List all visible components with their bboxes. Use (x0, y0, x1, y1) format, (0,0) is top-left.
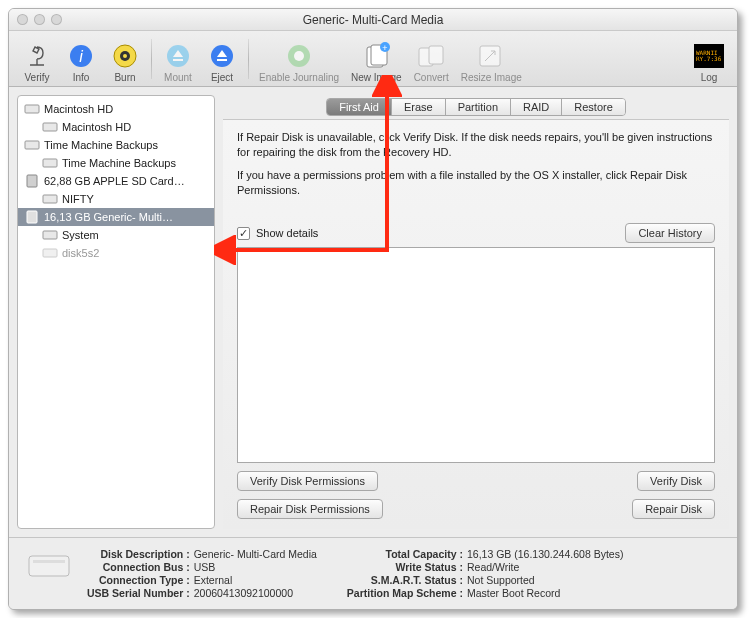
sidebar-item-generic-multi[interactable]: 16,13 GB Generic- Multi… (18, 208, 214, 226)
svg-rect-28 (33, 560, 65, 563)
disk-sidebar: Macintosh HD Macintosh HD Time Machine B… (17, 95, 215, 529)
resize-image-button[interactable]: Resize Image (455, 31, 528, 87)
footer: Disk DescriptionGeneric- Multi-Card Medi… (9, 537, 737, 609)
svg-text:i: i (79, 48, 83, 65)
convert-button[interactable]: Convert (408, 31, 455, 87)
hdd-icon (42, 246, 58, 260)
svg-rect-23 (43, 195, 57, 203)
toolbar-label: Info (73, 72, 90, 83)
new-image-icon: + (360, 40, 392, 72)
svg-rect-26 (43, 249, 57, 257)
svg-point-10 (294, 51, 304, 61)
sidebar-item-macintosh-hd[interactable]: Macintosh HD (18, 100, 214, 118)
sidebar-item-label: Macintosh HD (44, 103, 113, 115)
clear-history-button[interactable]: Clear History (625, 223, 715, 243)
eject-icon (206, 40, 238, 72)
show-details-label: Show details (256, 227, 318, 239)
log-button[interactable]: WARNIIRY.7:36 Log (687, 31, 731, 87)
repair-disk-permissions-button[interactable]: Repair Disk Permissions (237, 499, 383, 519)
repair-disk-button[interactable]: Repair Disk (632, 499, 715, 519)
window-title: Generic- Multi-Card Media (9, 13, 737, 27)
sidebar-item-nifty[interactable]: NIFTY (18, 190, 214, 208)
footer-val: Read/Write (467, 561, 623, 573)
footer-key: S.M.A.R.T. Status (347, 574, 463, 586)
microscope-icon (21, 40, 53, 72)
svg-text:+: + (383, 42, 388, 52)
toolbar-label: Log (701, 72, 718, 83)
footer-columns: Disk DescriptionGeneric- Multi-Card Medi… (87, 548, 623, 599)
tab-first-aid[interactable]: First Aid (327, 99, 392, 115)
hdd-icon (42, 192, 58, 206)
footer-key: Partition Map Scheme (347, 587, 463, 599)
footer-key: Connection Type (87, 574, 190, 586)
toolbar-label: Convert (414, 72, 449, 83)
sidebar-item-label: 62,88 GB APPLE SD Card… (44, 175, 185, 187)
sidebar-item-label: Time Machine Backups (62, 157, 176, 169)
burn-button[interactable]: Burn (103, 31, 147, 87)
info-button[interactable]: i Info (59, 31, 103, 87)
mount-button[interactable]: Mount (156, 31, 200, 87)
sidebar-item-macintosh-hd-vol[interactable]: Macintosh HD (18, 118, 214, 136)
sd-icon (24, 210, 40, 224)
verify-button[interactable]: Verify (15, 31, 59, 87)
tab-segmented: First Aid Erase Partition RAID Restore (326, 98, 626, 116)
footer-val: USB (194, 561, 317, 573)
new-image-button[interactable]: + New Image (345, 31, 408, 87)
footer-val: 16,13 GB (16.130.244.608 Bytes) (467, 548, 623, 560)
toolbar-label: Eject (211, 72, 233, 83)
footer-key: Disk Description (87, 548, 190, 560)
svg-rect-27 (29, 556, 69, 576)
info-icon: i (65, 40, 97, 72)
sidebar-item-apple-sd[interactable]: 62,88 GB APPLE SD Card… (18, 172, 214, 190)
journaling-icon (283, 40, 315, 72)
verify-disk-permissions-button[interactable]: Verify Disk Permissions (237, 471, 378, 491)
tab-raid[interactable]: RAID (511, 99, 562, 115)
sidebar-item-time-machine-vol[interactable]: Time Machine Backups (18, 154, 214, 172)
footer-key: Write Status (347, 561, 463, 573)
hdd-icon (42, 228, 58, 242)
show-details-row: ✓ Show details Clear History (237, 223, 715, 243)
footer-val: Master Boot Record (467, 587, 623, 599)
hdd-icon (42, 156, 58, 170)
enable-journaling-button[interactable]: Enable Journaling (253, 31, 345, 87)
disk-utility-window: Generic- Multi-Card Media Verify i Info … (8, 8, 738, 610)
tab-partition[interactable]: Partition (446, 99, 511, 115)
body: Macintosh HD Macintosh HD Time Machine B… (9, 87, 737, 537)
verify-disk-button[interactable]: Verify Disk (637, 471, 715, 491)
svg-rect-20 (25, 141, 39, 149)
sidebar-item-system[interactable]: System (18, 226, 214, 244)
details-textarea[interactable] (237, 247, 715, 463)
svg-rect-6 (173, 59, 183, 61)
footer-key: Connection Bus (87, 561, 190, 573)
resize-image-icon (475, 40, 507, 72)
sidebar-item-disk5s2[interactable]: disk5s2 (18, 244, 214, 262)
show-details-checkbox[interactable]: ✓ (237, 227, 250, 240)
svg-rect-24 (27, 211, 37, 223)
toolbar-label: New Image (351, 72, 402, 83)
sidebar-item-label: Macintosh HD (62, 121, 131, 133)
burn-icon (109, 40, 141, 72)
tab-restore[interactable]: Restore (562, 99, 625, 115)
sidebar-item-time-machine[interactable]: Time Machine Backups (18, 136, 214, 154)
svg-rect-18 (25, 105, 39, 113)
hdd-icon (42, 120, 58, 134)
toolbar-label: Enable Journaling (259, 72, 339, 83)
svg-rect-16 (429, 46, 443, 64)
footer-col-left: Disk DescriptionGeneric- Multi-Card Medi… (87, 548, 317, 599)
hdd-icon (24, 102, 40, 116)
svg-rect-25 (43, 231, 57, 239)
footer-val: Generic- Multi-Card Media (194, 548, 317, 560)
footer-key: Total Capacity (347, 548, 463, 560)
eject-button[interactable]: Eject (200, 31, 244, 87)
sidebar-item-label: System (62, 229, 99, 241)
tab-erase[interactable]: Erase (392, 99, 446, 115)
svg-rect-21 (43, 159, 57, 167)
footer-val: External (194, 574, 317, 586)
svg-rect-22 (27, 175, 37, 187)
footer-col-right: Total Capacity16,13 GB (16.130.244.608 B… (347, 548, 624, 599)
svg-point-4 (123, 54, 127, 58)
svg-rect-19 (43, 123, 57, 131)
toolbar: Verify i Info Burn Mount Eject Enable Jo… (9, 31, 737, 87)
hdd-icon (24, 138, 40, 152)
help-p2: If you have a permissions problem with a… (237, 168, 715, 198)
